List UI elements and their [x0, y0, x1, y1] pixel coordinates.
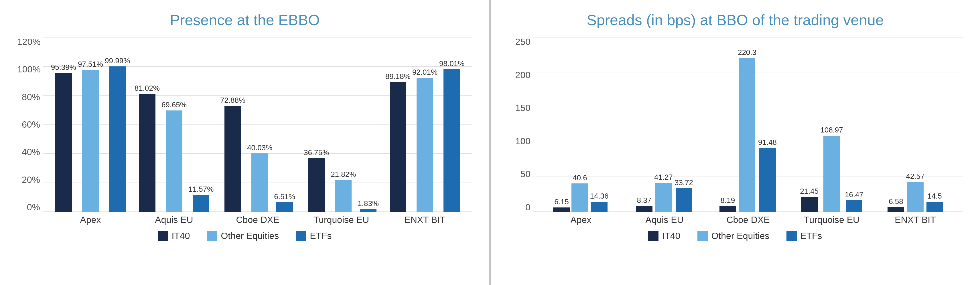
bar-wrap: 11.57% — [188, 37, 213, 212]
bar — [192, 195, 209, 212]
bar-value-label: 89.18% — [385, 72, 410, 81]
bar-wrap: 33.72 — [675, 37, 693, 212]
bar — [926, 202, 943, 212]
y-axis-label: 40% — [17, 147, 43, 157]
x-axis-label: Turquoise EU — [299, 212, 383, 226]
y-axis-label: 0% — [17, 203, 43, 212]
bar-wrap: 36.75% — [304, 37, 329, 212]
legend-color-box — [648, 231, 659, 241]
bar-wrap: 72.88% — [220, 37, 245, 212]
bar-wrap: 6.15 — [553, 37, 570, 212]
bar-wrap: 220.3 — [738, 37, 756, 212]
x-axis-label: Apex — [49, 212, 132, 226]
bar-value-label: 1.83% — [358, 199, 379, 208]
y-axis-label: 80% — [17, 92, 43, 101]
bar-value-label: 14.5 — [928, 192, 942, 201]
bar — [591, 202, 608, 212]
bar-value-label: 95.39% — [51, 63, 76, 72]
legend-item: Other Equities — [207, 231, 279, 241]
bar-value-label: 14.36 — [590, 192, 608, 201]
bar — [335, 180, 352, 212]
bar-group: 6.5842.5714.5 — [873, 37, 957, 212]
bar — [166, 111, 182, 212]
bar-wrap: 14.36 — [590, 37, 608, 212]
bar — [553, 207, 570, 212]
left-legend: IT40Other EquitiesETFs — [17, 231, 473, 241]
bar — [251, 154, 268, 212]
bar-group: 36.75%21.82%1.83% — [299, 37, 383, 212]
bar-value-label: 69.65% — [161, 100, 187, 109]
legend-item: ETFs — [786, 231, 822, 241]
bar-wrap: 8.37 — [636, 37, 652, 212]
bar-value-label: 97.51% — [78, 60, 103, 69]
y-axis-label: 150 — [508, 103, 533, 112]
x-axis-label: Turquoise EU — [790, 212, 873, 226]
bar-value-label: 99.99% — [105, 56, 130, 65]
bar-wrap: 91.48 — [758, 37, 777, 212]
y-axis-label: 200 — [508, 70, 533, 79]
bar-value-label: 40.03% — [247, 143, 272, 152]
legend-color-box — [786, 231, 797, 241]
bar-value-label: 6.15 — [554, 198, 569, 206]
left-chart-title: Presence at the EBBO — [170, 11, 320, 28]
bar-value-label: 72.88% — [220, 96, 245, 105]
legend-item: Other Equities — [697, 231, 769, 241]
x-axis-label: Apex — [539, 212, 623, 226]
y-axis-label: 100 — [508, 136, 533, 146]
bar — [571, 184, 588, 212]
bar — [224, 106, 241, 212]
bar-group: 6.1540.614.36 — [539, 37, 623, 212]
bar — [417, 78, 433, 212]
left-y-axis: 0%20%40%60%80%100%120% — [17, 37, 43, 226]
legend-label: Other Equities — [711, 231, 769, 241]
bar-value-label: 42.57 — [906, 172, 924, 181]
x-axis-label: Cboe DXE — [706, 212, 790, 226]
legend-color-box — [296, 231, 306, 241]
legend-color-box — [207, 231, 217, 241]
right-y-axis: 050100150200250 — [508, 37, 533, 226]
bar-group: 8.19220.391.48 — [706, 37, 790, 212]
bar-group: 81.02%69.65%11.57% — [132, 37, 216, 212]
bar-wrap: 8.19 — [719, 37, 736, 212]
bar-wrap: 99.99% — [105, 37, 130, 212]
legend-label: ETFs — [310, 231, 331, 241]
bar — [109, 66, 126, 212]
right-chart-area: 050100150200250 6.1540.614.368.3741.2733… — [508, 37, 963, 268]
bar-value-label: 98.01% — [439, 59, 465, 68]
bar — [846, 200, 862, 212]
bar-wrap: 97.51% — [78, 37, 103, 212]
legend-item: IT40 — [158, 231, 190, 241]
x-axis-label: Aquis EU — [132, 212, 216, 226]
x-axis-label: Aquis EU — [623, 212, 706, 226]
legend-label: IT40 — [172, 231, 190, 241]
bar — [719, 206, 736, 212]
bar — [55, 73, 72, 212]
y-axis-label: 20% — [17, 175, 43, 184]
x-axis-label: ENXT BIT — [873, 212, 957, 226]
bar-group: 95.39%97.51%99.99% — [49, 37, 132, 212]
bar-wrap: 6.58 — [888, 37, 904, 212]
bar-group: 8.3741.2733.72 — [623, 37, 706, 212]
bar-wrap: 89.18% — [385, 37, 410, 212]
bar-value-label: 6.51% — [274, 192, 295, 201]
bar-wrap: 40.03% — [247, 37, 272, 212]
bar-value-label: 21.45 — [800, 187, 819, 196]
bar-wrap: 6.51% — [274, 37, 295, 212]
legend-item: ETFs — [296, 231, 331, 241]
y-axis-label: 250 — [508, 37, 533, 46]
bar-value-label: 220.3 — [738, 48, 756, 57]
bar-value-label: 40.6 — [573, 173, 587, 182]
bar-wrap: 42.57 — [906, 37, 924, 212]
bar — [390, 82, 406, 212]
left-chart-panel: Presence at the EBBO 0%20%40%60%80%100%1… — [0, 0, 490, 285]
bar-value-label: 11.57% — [188, 185, 213, 194]
x-axis-label: ENXT BIT — [383, 212, 467, 226]
bar-value-label: 41.27 — [654, 173, 673, 182]
bar-value-label: 33.72 — [675, 178, 693, 187]
bar-value-label: 92.01% — [412, 68, 438, 77]
bar-value-label: 108.97 — [820, 126, 843, 135]
legend-label: ETFs — [800, 231, 822, 241]
bar-wrap: 108.97 — [820, 37, 843, 212]
y-axis-label: 100% — [17, 65, 43, 74]
bar — [636, 206, 652, 212]
